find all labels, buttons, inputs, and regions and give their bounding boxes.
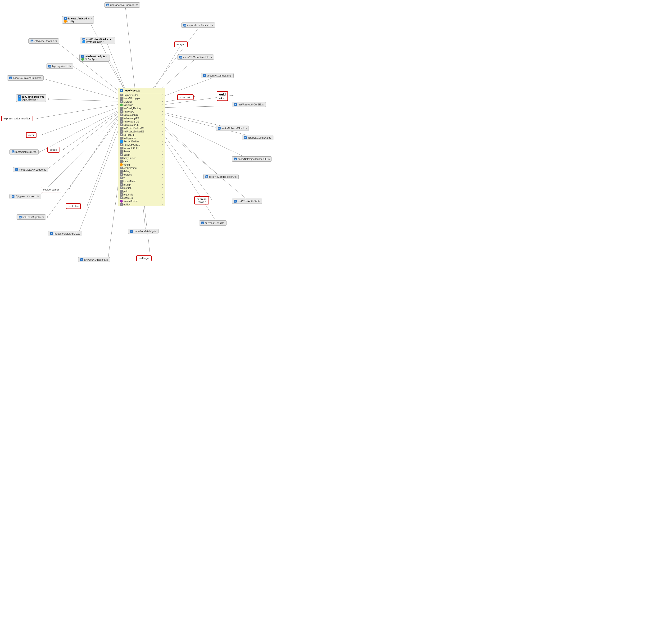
central-row-express[interactable]: ↗express ↗ xyxy=(118,173,165,176)
ts-icon-gql: ts xyxy=(18,95,21,98)
module-icon5: ↗ xyxy=(120,110,123,113)
module-icon12: ↗ xyxy=(120,134,123,136)
ts-icon-fs: ts xyxy=(201,222,204,224)
ts-icon-global: ts xyxy=(48,65,51,67)
ts-icon-rest: ts xyxy=(83,38,85,40)
central-row-ncprojectbuilderCE[interactable]: ↗NcProjectBuilderCE ↗ xyxy=(118,127,165,130)
node-upgrader: ts upgrader/NcUpgrader.ts xyxy=(104,2,140,8)
ts-icon-ncpbee: ts xyxy=(234,157,237,161)
central-row-config[interactable]: config ↗ xyxy=(118,163,165,166)
central-row-ncprojectbuilderEE[interactable]: ↗NcProjectBuilderEE ↗ xyxy=(118,130,165,133)
node-meta-ncmetamgree: ts meta/NcMetaMgrEE.ts xyxy=(48,231,82,236)
purple-icon xyxy=(120,200,123,203)
ts-icon-interface: ts xyxy=(81,55,84,58)
svg-line-13 xyxy=(69,114,121,189)
orange-icon-dotenv xyxy=(64,20,67,23)
central-row-morgan[interactable]: ↗morgan ↗ xyxy=(118,186,165,190)
module-icon3: ↗ xyxy=(120,100,123,103)
diagram-container: ts noco/Noco.ts ↗GqlApiBuilder ↗ ↗MetaAP… xyxy=(0,0,336,322)
green-icon-interface xyxy=(81,58,84,61)
central-row-fs[interactable]: ↗fs ↗ xyxy=(118,176,165,180)
central-row-ncmetamgree[interactable]: ↗NcMetaMgrEE ↗ xyxy=(118,123,165,127)
node-types-global: ts types/global.d.ts xyxy=(46,63,73,69)
node-sentry: ts @sentry/.../index.d.ts xyxy=(201,73,233,78)
central-row-ncmetaimplce[interactable]: ↗NcMetaImplCE ↗ xyxy=(118,113,165,116)
node-types-index-right: ts @types/.../index.d.ts xyxy=(242,135,274,140)
ts-icon-metaapilogger: ts xyxy=(15,168,18,171)
svg-line-0 xyxy=(126,8,135,90)
module-icon2: ↗ xyxy=(120,97,123,100)
svg-line-21 xyxy=(148,27,199,95)
ts-icon-ncmetamgree: ts xyxy=(50,232,53,235)
module-icon8: ↗ xyxy=(120,120,123,123)
central-row-clear[interactable]: ↗clear ↗ xyxy=(118,160,165,163)
node-rest-auth-ctrl: ts rest/RestAuthCtrl.ts xyxy=(232,199,262,204)
ts-icon-import-fresh: ts xyxy=(183,24,186,27)
node-meta-metaapilogger: ts meta/MetaAPILogger.ts xyxy=(13,167,48,172)
central-row-nctoolgu[interactable]: ↗NcToolGui ↗ xyxy=(118,133,165,137)
ts-icon-noco-pb: ts xyxy=(9,77,12,79)
module-icon6: ↗ xyxy=(120,113,123,116)
svg-line-7 xyxy=(47,99,121,101)
module-icon16: ↗ xyxy=(120,150,123,153)
central-row-ncmetaimplEE[interactable]: ↗NcMetaImplEE ↗ xyxy=(118,116,165,120)
central-row-bodyparser[interactable]: ↗bodyParser ↗ xyxy=(118,156,165,160)
central-row-requestip[interactable]: ↗requestIp ↗ xyxy=(118,193,165,196)
node-noco-project-builder-ee: ts noco/NcProjectBuilderEE.ts xyxy=(232,156,272,162)
central-row-ncmetaio[interactable]: ↗NcMetaIO ↗ xyxy=(118,110,165,113)
central-row-gqlapibuilder[interactable]: ↗GqlApiBuilder ↗ xyxy=(118,93,165,97)
central-row-importfresh[interactable]: ↗importFresh ↗ xyxy=(118,180,165,183)
central-row-path[interactable]: ↗path ↗ xyxy=(118,190,165,193)
svg-line-2 xyxy=(106,42,127,93)
central-row-router[interactable]: ↗Router ↗ xyxy=(118,150,165,153)
node-types-fs: ts @types/.../fs.d.ts xyxy=(199,220,227,226)
central-row-sentry[interactable]: ↗Sentry ↗ xyxy=(118,153,165,156)
ts-icon-restauthctrlee: ts xyxy=(234,103,237,106)
svg-line-15 xyxy=(87,116,121,206)
central-row-socketio[interactable]: ↗socket.io ↗ xyxy=(118,196,165,200)
module-icon26: ↗ xyxy=(120,187,123,189)
node-rest-api-builder: ts rest/RestApiBuilder.ts ↗ RestApiBuild… xyxy=(80,37,115,44)
module-icon20: ↗ xyxy=(120,167,123,169)
module-icon4: ↗ xyxy=(120,107,123,110)
node-interface-config: ts interface/config.ts ↗ NcConfig ↗ xyxy=(79,54,110,62)
central-row-ncconfigfactory[interactable]: ↗NcConfigFactory ↗ xyxy=(118,106,165,110)
central-row-restauthctrlce[interactable]: ↗RestAuthCtrlCE ↗ xyxy=(118,143,165,147)
central-row-ncmetamgrce[interactable]: ↗NcMetaMgrCE ↗ xyxy=(118,120,165,123)
central-node: ts noco/Noco.ts ↗GqlApiBuilder ↗ ↗MetaAP… xyxy=(118,88,165,206)
central-row-restauthctrlee[interactable]: ↗RestAuthCtrlEE ↗ xyxy=(118,147,165,150)
module-icon14: ↗ xyxy=(120,143,123,146)
module-icon23: ↗ xyxy=(120,177,123,179)
green-icon xyxy=(120,103,123,106)
central-row-uuidv4[interactable]: ↗uuidv4 ↗ xyxy=(118,203,165,206)
central-row-debug[interactable]: ↗debug ↗ xyxy=(118,170,165,173)
central-row-statusmonitor[interactable]: statusMonitor ↗ xyxy=(118,200,165,203)
node-meta-ncmetaio: ts meta/NcMetaIO.ts xyxy=(10,149,39,154)
central-row-metaapilogger[interactable]: ↗MetaAPILogger ↗ xyxy=(118,97,165,100)
central-row-ncconfig[interactable]: NcConfig ↗ xyxy=(118,103,165,106)
node-express-status-monitor: express-status-monitor xyxy=(1,116,33,121)
node-nc-lib-gui: nc-lib-gui xyxy=(136,255,152,261)
ts-icon-ncconfigfactory: ts xyxy=(205,175,208,178)
svg-line-8 xyxy=(37,104,120,118)
node-meta-ncmetaoimpl-ee: ts meta/NcMetaOImplEE.ts xyxy=(177,54,214,60)
module-icon10: ↗ xyxy=(120,127,123,130)
central-row-ncupgrader[interactable]: ↗NcUpgrader ↗ xyxy=(118,137,165,140)
module-icon25: ↗ xyxy=(120,183,123,186)
ts-icon-ncmetaoimpl: ts xyxy=(218,127,220,130)
module-icon18: ↗ xyxy=(120,156,123,160)
central-row-mkdirp[interactable]: ↗mkdirp ↗ xyxy=(118,183,165,186)
blue-icon xyxy=(120,140,123,143)
svg-line-6 xyxy=(41,78,121,100)
central-row-cookieparser[interactable]: ↗cookieParser ↗ xyxy=(118,166,165,170)
central-node-header: ts noco/Noco.ts xyxy=(118,88,165,93)
ts-icon-types-bottom: ts xyxy=(80,258,83,261)
node-morgan: morgan xyxy=(174,41,188,47)
svg-line-9 xyxy=(42,107,119,135)
central-row-restapibuilder[interactable]: RestApiBuilder ↗ xyxy=(118,140,165,143)
svg-line-17 xyxy=(78,118,123,234)
node-gql-api-builder: ts gql/GqlApiBuilder.ts GqlApiBuilder ↗ xyxy=(16,94,46,102)
ts-icon-ncmetamgr: ts xyxy=(130,230,133,233)
central-row-migrator[interactable]: ↗Migrator ↗ xyxy=(118,100,165,103)
svg-line-12 xyxy=(46,113,119,170)
